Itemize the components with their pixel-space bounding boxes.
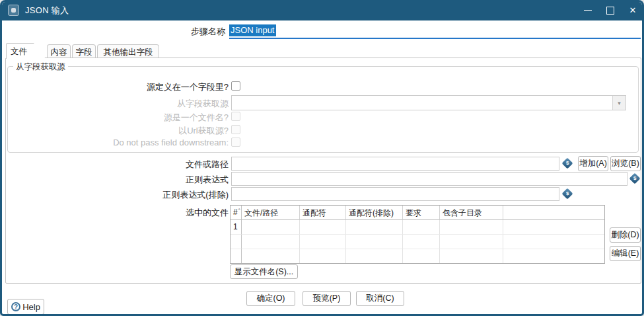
table-cell[interactable]	[242, 249, 300, 263]
minimize-button[interactable]	[577, 0, 599, 20]
table-cell[interactable]	[440, 220, 503, 235]
window-title: JSON 输入	[25, 5, 69, 17]
chevron-down-icon: ▾	[618, 100, 621, 106]
group-legend: 从字段获取源	[13, 61, 68, 73]
table-cell[interactable]	[346, 249, 403, 263]
step-name-input[interactable]: JSON input	[229, 23, 641, 39]
source-is-filename-label: 源是一个文件名?	[28, 112, 229, 124]
column-header-wildcard-exclude[interactable]: 通配符(排除)	[346, 206, 403, 220]
source-field-label: 从字段获取源	[28, 98, 229, 110]
source-in-field-checkbox[interactable]	[231, 81, 240, 91]
regex-input[interactable]	[231, 172, 627, 186]
table-row-number[interactable]	[231, 249, 242, 263]
table-row-number[interactable]: 1	[231, 220, 242, 235]
regex-exclude-label: 正则表达式(排除)	[28, 189, 229, 201]
step-name-selected-text: JSON input	[229, 24, 276, 36]
minimize-icon	[584, 10, 592, 11]
file-path-label: 文件或路径	[28, 159, 229, 171]
column-header-num[interactable]: #ˆ	[231, 206, 242, 220]
file-path-input[interactable]	[231, 157, 559, 171]
step-name-label: 步骤名称	[28, 26, 225, 38]
table-cell[interactable]	[403, 235, 440, 249]
close-icon: ✕	[629, 5, 637, 15]
cancel-button[interactable]: 取消(C)	[356, 291, 404, 306]
selected-files-label: 选中的文件	[28, 207, 229, 219]
maximize-button[interactable]	[599, 0, 622, 20]
tab-files[interactable]: 文件	[6, 43, 46, 59]
tab-content[interactable]: 内容	[47, 44, 71, 58]
tab-fields[interactable]: 字段	[72, 44, 96, 58]
column-header-wildcard[interactable]: 通配符	[300, 206, 346, 220]
delete-button[interactable]: 删除(D)	[610, 227, 641, 243]
titlebar[interactable]: JSON 输入 ✕	[0, 0, 644, 20]
maximize-icon	[606, 7, 614, 15]
help-label: Help	[22, 302, 40, 312]
preview-button[interactable]: 预览(P)	[303, 291, 351, 306]
table-cell[interactable]	[300, 220, 346, 235]
table-cell[interactable]	[300, 249, 346, 263]
table-cell[interactable]	[503, 235, 604, 249]
table-cell[interactable]	[440, 235, 503, 249]
close-button[interactable]: ✕	[622, 0, 644, 20]
table-cell[interactable]	[440, 249, 503, 263]
column-header-spacer	[503, 206, 604, 220]
regex-label: 正则表达式	[28, 174, 229, 186]
source-is-filename-checkbox	[231, 112, 240, 121]
table-cell[interactable]	[242, 235, 300, 249]
tab-additional-output-fields[interactable]: 其他输出字段	[97, 44, 159, 58]
table-row-number[interactable]	[231, 235, 242, 249]
source-field-combo[interactable]: ▾	[231, 95, 626, 110]
regex-exclude-input[interactable]	[231, 187, 559, 201]
table-cell[interactable]	[346, 235, 403, 249]
read-as-url-checkbox	[231, 125, 240, 134]
selected-files-table[interactable]: #ˆ 文件/路径 通配符 通配符(排除) 要求 包含子目录 1	[230, 205, 605, 264]
table-cell[interactable]	[242, 220, 300, 235]
show-filenames-button[interactable]: 显示文件名(S)...	[230, 264, 298, 279]
table-cell[interactable]	[503, 249, 604, 263]
table-cell[interactable]	[403, 249, 440, 263]
edit-button[interactable]: 编辑(E)	[610, 246, 641, 261]
ok-button[interactable]: 确定(O)	[246, 291, 295, 306]
help-button[interactable]: ? Help	[7, 299, 44, 315]
source-field-value	[232, 96, 612, 110]
help-icon: ?	[11, 302, 20, 311]
column-header-include-subfolders[interactable]: 包含子目录	[440, 206, 503, 220]
column-header-required[interactable]: 要求	[403, 206, 440, 220]
table-cell[interactable]	[346, 220, 403, 235]
browse-button[interactable]: 浏览(B)	[610, 156, 641, 171]
table-cell[interactable]	[503, 220, 604, 235]
no-pass-downstream-label: Do not pass field downstream:	[28, 138, 229, 147]
source-in-field-label: 源定义在一个字段里?	[28, 81, 229, 93]
add-button[interactable]: 增加(A)	[578, 156, 608, 171]
table-cell[interactable]	[403, 220, 440, 235]
table-cell[interactable]	[300, 235, 346, 249]
combo-dropdown-button[interactable]: ▾	[612, 96, 626, 110]
column-header-file-path[interactable]: 文件/路径	[242, 206, 300, 220]
json-input-dialog: JSON 输入 ✕ 步骤名称 JSON input 文件 内容 字段 其他输出字…	[0, 0, 644, 316]
no-pass-downstream-checkbox	[231, 138, 240, 147]
sort-asc-icon: ˆ	[238, 208, 240, 214]
json-input-step-icon	[8, 5, 19, 16]
window-controls: ✕	[577, 0, 644, 20]
read-as-url-label: 以Url获取源?	[28, 125, 229, 137]
